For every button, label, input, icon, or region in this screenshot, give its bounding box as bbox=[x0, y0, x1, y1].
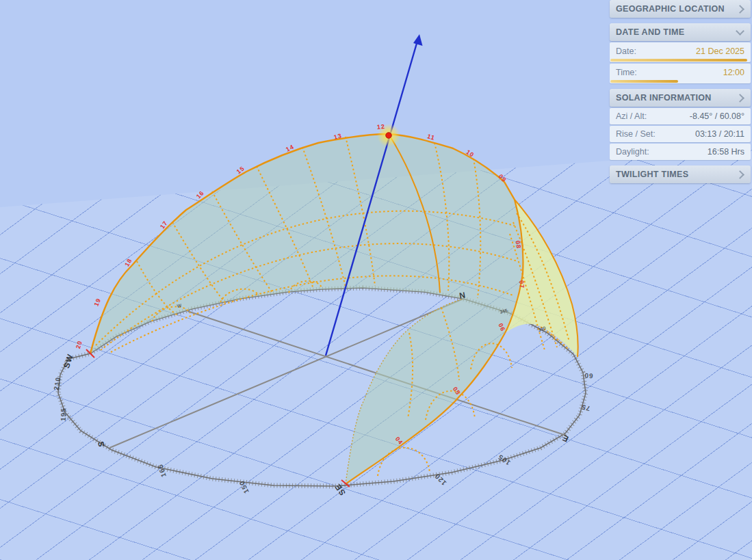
azi-alt-row: Azi / Alt: -8.45° / 60.08° bbox=[610, 108, 751, 124]
date-row: Date: 21 Dec 2025 bbox=[610, 42, 751, 62]
daylight-value: 16:58 Hrs bbox=[708, 147, 744, 157]
azi-alt-label: Azi / Alt: bbox=[616, 111, 647, 121]
panel-geographic-location: GEOGRAPHIC LOCATION bbox=[610, 0, 751, 18]
chevron-down-icon bbox=[736, 27, 744, 36]
time-value: 12:00 bbox=[723, 68, 744, 77]
rise-set-label: Rise / Set: bbox=[616, 129, 656, 139]
sidebar: GEOGRAPHIC LOCATION DATE AND TIME Date: … bbox=[610, 0, 751, 189]
sun-surface bbox=[90, 134, 523, 484]
time-slider[interactable] bbox=[610, 80, 678, 83]
sun-path-app: { "sidebar": { "panels": [ { "title": "G… bbox=[0, 0, 752, 560]
panel-header-date-and-time[interactable]: DATE AND TIME bbox=[610, 23, 751, 41]
time-row: Time: 12:00 bbox=[610, 64, 751, 83]
date-slider[interactable] bbox=[610, 59, 747, 62]
chevron-right-icon bbox=[736, 94, 744, 103]
azi-alt-value: -8.45° / 60.08° bbox=[690, 111, 744, 121]
daylight-label: Daylight: bbox=[616, 147, 649, 157]
time-label: Time: bbox=[616, 68, 637, 77]
chevron-right-icon bbox=[736, 170, 744, 179]
panel-title: SOLAR INFORMATION bbox=[616, 93, 712, 103]
panel-header-geographic-location[interactable]: GEOGRAPHIC LOCATION bbox=[610, 0, 751, 18]
panel-title: TWILIGHT TIMES bbox=[616, 170, 688, 179]
panel-date-and-time: DATE AND TIME Date: 21 Dec 2025 Time: 12… bbox=[610, 23, 751, 83]
date-label: Date: bbox=[616, 46, 636, 56]
panel-header-twilight-times[interactable]: TWILIGHT TIMES bbox=[610, 165, 751, 183]
panel-solar-information: SOLAR INFORMATION Azi / Alt: -8.45° / 60… bbox=[610, 89, 751, 160]
panel-title: DATE AND TIME bbox=[616, 27, 684, 37]
panel-header-solar-information[interactable]: SOLAR INFORMATION bbox=[610, 89, 751, 107]
panel-title: GEOGRAPHIC LOCATION bbox=[616, 4, 725, 14]
rise-set-row: Rise / Set: 03:13 / 20:11 bbox=[610, 126, 751, 142]
panel-twilight-times: TWILIGHT TIMES bbox=[610, 165, 751, 183]
daylight-row: Daylight: 16:58 Hrs bbox=[610, 144, 751, 160]
date-value: 21 Dec 2025 bbox=[696, 46, 744, 56]
rise-set-value: 03:13 / 20:11 bbox=[695, 129, 744, 139]
sun-vector-arrowhead bbox=[413, 34, 423, 46]
chevron-right-icon bbox=[736, 5, 744, 14]
sun-marker[interactable] bbox=[386, 133, 392, 139]
